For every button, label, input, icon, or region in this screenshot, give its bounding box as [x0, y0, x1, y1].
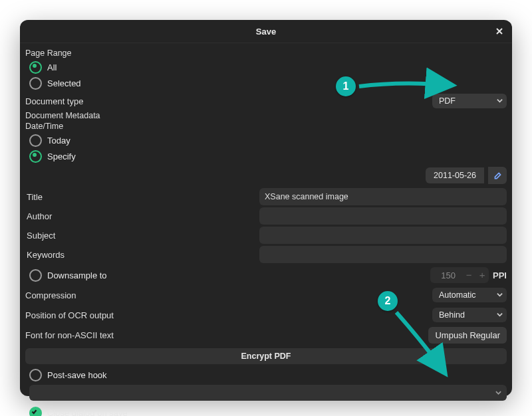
radio-label: Specify — [47, 152, 76, 161]
radio-label: All — [47, 62, 57, 72]
annotation-badge-2: 2 — [378, 291, 398, 311]
date-today[interactable]: Today — [25, 132, 507, 148]
date-value[interactable]: 2011-05-26 — [426, 167, 484, 183]
save-dialog: Save Page Range All Selected Document ty… — [20, 20, 512, 396]
radio-icon — [29, 77, 42, 90]
downsample-toggle[interactable]: Downsample to — [29, 268, 107, 282]
radio-label: Today — [47, 136, 70, 146]
dropdown-value: PDF — [439, 96, 456, 106]
compression-dropdown[interactable]: Automatic — [432, 288, 507, 302]
chevron-down-icon — [497, 290, 503, 300]
font-label: Font for non-ASCII text — [25, 330, 114, 340]
font-button[interactable]: Umpush Regular — [428, 327, 507, 344]
radio-icon — [29, 61, 42, 74]
document-type-label: Document type — [25, 96, 83, 106]
radio-icon — [29, 269, 42, 282]
datetime-heading: Date/Time — [25, 122, 507, 132]
close-button[interactable] — [492, 24, 507, 39]
radio-label: Selected — [47, 78, 81, 88]
spinner-plus[interactable]: + — [475, 267, 489, 283]
pencil-icon — [493, 171, 502, 180]
keywords-field[interactable] — [259, 246, 507, 263]
spinner-value: 150 — [430, 268, 462, 283]
compression-row: Compression Automatic — [25, 285, 507, 305]
radio-icon — [29, 134, 42, 147]
radio-icon — [29, 369, 42, 381]
downsample-label: Downsample to — [47, 270, 107, 280]
subject-field[interactable] — [259, 227, 507, 244]
font-row: Font for non-ASCII text Umpush Regular — [25, 325, 507, 346]
annotation-badge-1: 1 — [336, 76, 356, 96]
title-label: Title — [25, 192, 253, 202]
spinner-minus[interactable]: − — [462, 267, 475, 283]
dropdown-value: Automatic — [439, 290, 476, 300]
date-edit-button[interactable] — [488, 167, 507, 184]
author-label: Author — [25, 211, 253, 221]
page-range-selected[interactable]: Selected — [25, 75, 507, 91]
keywords-label: Keywords — [25, 250, 253, 260]
downsample-spinner[interactable]: 150 − + — [430, 267, 489, 283]
document-type-row: Document type PDF — [25, 91, 507, 111]
compression-label: Compression — [25, 290, 76, 300]
ocr-position-dropdown[interactable]: Behind — [432, 308, 507, 322]
subject-label: Subject — [25, 231, 253, 241]
titlebar: Save — [20, 20, 512, 43]
downsample-unit: PPI — [493, 270, 507, 280]
subject-row: Subject — [25, 227, 507, 244]
close-icon — [496, 28, 503, 35]
post-save-hook-toggle[interactable]: Post-save hook — [25, 367, 507, 383]
window-title: Save — [256, 27, 276, 37]
date-specify[interactable]: Specify — [25, 148, 507, 164]
check-icon — [29, 407, 42, 417]
chevron-down-icon — [497, 96, 503, 106]
title-field[interactable]: XSane scanned image — [259, 188, 507, 205]
page-range-heading: Page Range — [25, 46, 507, 59]
ocr-position-label: Position of OCR output — [25, 310, 114, 320]
radio-icon — [29, 150, 42, 163]
author-row: Author — [25, 207, 507, 225]
author-field[interactable] — [259, 207, 507, 225]
downsample-row: Downsample to 150 − + PPI — [25, 265, 507, 285]
post-save-label: Post-save hook — [47, 370, 107, 380]
close-dialog-label: Close dialog on save — [47, 408, 128, 417]
title-row: Title XSane scanned image — [25, 188, 507, 205]
encrypt-pdf-expander[interactable]: Encrypt PDF — [25, 348, 507, 364]
post-save-hook-dropdown[interactable] — [29, 385, 507, 401]
metadata-heading: Document Metadata — [25, 111, 507, 122]
close-dialog-toggle[interactable]: Close dialog on save — [25, 405, 507, 416]
dropdown-value: Behind — [439, 310, 465, 320]
dialog-body: Page Range All Selected Document type PD… — [20, 43, 512, 416]
document-type-dropdown[interactable]: PDF — [432, 94, 507, 108]
keywords-row: Keywords — [25, 246, 507, 263]
ocr-position-row: Position of OCR output Behind — [25, 305, 507, 325]
page-range-all[interactable]: All — [25, 59, 507, 75]
chevron-down-icon — [495, 388, 501, 398]
chevron-down-icon — [497, 310, 503, 320]
date-row: 2011-05-26 — [25, 167, 507, 184]
